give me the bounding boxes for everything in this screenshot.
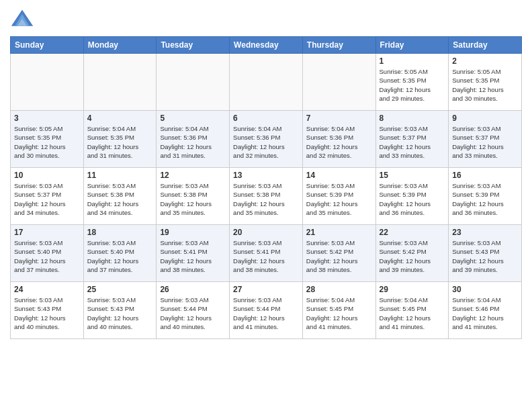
weekday-header-thursday: Thursday bbox=[302, 37, 375, 54]
day-info: Sunrise: 5:04 AM Sunset: 5:36 PM Dayligh… bbox=[306, 124, 372, 160]
day-number: 29 bbox=[380, 285, 445, 294]
day-info: Sunrise: 5:03 AM Sunset: 5:38 PM Dayligh… bbox=[233, 181, 299, 217]
day-info: Sunrise: 5:03 AM Sunset: 5:37 PM Dayligh… bbox=[14, 181, 80, 217]
calendar-cell: 29Sunrise: 5:04 AM Sunset: 5:45 PM Dayli… bbox=[375, 282, 449, 339]
day-number: 5 bbox=[160, 113, 226, 123]
day-info: Sunrise: 5:03 AM Sunset: 5:40 PM Dayligh… bbox=[14, 238, 80, 274]
day-number: 12 bbox=[160, 171, 226, 180]
day-number: 13 bbox=[233, 171, 299, 180]
calendar-cell bbox=[83, 54, 157, 111]
page: SundayMondayTuesdayWednesdayThursdayFrid… bbox=[0, 0, 532, 349]
calendar-cell bbox=[11, 54, 84, 111]
day-info: Sunrise: 5:05 AM Sunset: 5:35 PM Dayligh… bbox=[452, 67, 518, 103]
calendar-cell: 30Sunrise: 5:04 AM Sunset: 5:46 PM Dayli… bbox=[449, 282, 522, 339]
calendar-cell: 14Sunrise: 5:03 AM Sunset: 5:39 PM Dayli… bbox=[302, 168, 375, 225]
day-number: 11 bbox=[87, 171, 153, 180]
day-info: Sunrise: 5:03 AM Sunset: 5:41 PM Dayligh… bbox=[160, 238, 226, 274]
calendar-cell: 7Sunrise: 5:04 AM Sunset: 5:36 PM Daylig… bbox=[302, 111, 375, 168]
day-info: Sunrise: 5:04 AM Sunset: 5:46 PM Dayligh… bbox=[452, 295, 518, 331]
calendar-week-row: 3Sunrise: 5:05 AM Sunset: 5:35 PM Daylig… bbox=[11, 111, 522, 168]
day-info: Sunrise: 5:03 AM Sunset: 5:43 PM Dayligh… bbox=[452, 238, 518, 274]
day-info: Sunrise: 5:03 AM Sunset: 5:44 PM Dayligh… bbox=[160, 295, 226, 331]
weekday-header-sunday: Sunday bbox=[11, 37, 84, 54]
day-info: Sunrise: 5:05 AM Sunset: 5:35 PM Dayligh… bbox=[380, 67, 445, 103]
calendar-week-row: 1Sunrise: 5:05 AM Sunset: 5:35 PM Daylig… bbox=[11, 54, 522, 111]
weekday-header-row: SundayMondayTuesdayWednesdayThursdayFrid… bbox=[11, 37, 522, 54]
calendar-week-row: 17Sunrise: 5:03 AM Sunset: 5:40 PM Dayli… bbox=[11, 225, 522, 282]
day-number: 4 bbox=[87, 113, 153, 123]
day-number: 8 bbox=[380, 113, 445, 123]
day-number: 30 bbox=[452, 285, 518, 294]
calendar-cell: 16Sunrise: 5:03 AM Sunset: 5:39 PM Dayli… bbox=[449, 168, 522, 225]
day-info: Sunrise: 5:04 AM Sunset: 5:45 PM Dayligh… bbox=[306, 295, 372, 331]
calendar-cell: 12Sunrise: 5:03 AM Sunset: 5:38 PM Dayli… bbox=[157, 168, 230, 225]
calendar-cell: 3Sunrise: 5:05 AM Sunset: 5:35 PM Daylig… bbox=[11, 111, 84, 168]
day-number: 27 bbox=[233, 285, 299, 294]
weekday-header-tuesday: Tuesday bbox=[157, 37, 230, 54]
day-number: 3 bbox=[14, 113, 80, 123]
calendar-cell: 24Sunrise: 5:03 AM Sunset: 5:43 PM Dayli… bbox=[11, 282, 84, 339]
calendar-cell: 23Sunrise: 5:03 AM Sunset: 5:43 PM Dayli… bbox=[449, 225, 522, 282]
day-info: Sunrise: 5:03 AM Sunset: 5:44 PM Dayligh… bbox=[233, 295, 299, 331]
day-number: 24 bbox=[14, 285, 80, 294]
calendar-cell: 6Sunrise: 5:04 AM Sunset: 5:36 PM Daylig… bbox=[230, 111, 303, 168]
day-info: Sunrise: 5:03 AM Sunset: 5:42 PM Dayligh… bbox=[306, 238, 372, 274]
day-number: 20 bbox=[233, 228, 299, 237]
day-info: Sunrise: 5:03 AM Sunset: 5:40 PM Dayligh… bbox=[87, 238, 153, 274]
calendar-cell: 22Sunrise: 5:03 AM Sunset: 5:42 PM Dayli… bbox=[375, 225, 449, 282]
day-info: Sunrise: 5:03 AM Sunset: 5:39 PM Dayligh… bbox=[380, 181, 445, 217]
weekday-header-monday: Monday bbox=[83, 37, 157, 54]
logo-icon bbox=[10, 7, 34, 31]
weekday-header-saturday: Saturday bbox=[449, 37, 522, 54]
weekday-header-wednesday: Wednesday bbox=[230, 37, 303, 54]
day-info: Sunrise: 5:03 AM Sunset: 5:39 PM Dayligh… bbox=[306, 181, 372, 217]
day-number: 26 bbox=[160, 285, 226, 294]
calendar-cell bbox=[302, 54, 375, 111]
day-number: 18 bbox=[87, 228, 153, 237]
calendar: SundayMondayTuesdayWednesdayThursdayFrid… bbox=[10, 36, 522, 339]
day-info: Sunrise: 5:04 AM Sunset: 5:35 PM Dayligh… bbox=[87, 124, 153, 160]
calendar-cell: 13Sunrise: 5:03 AM Sunset: 5:38 PM Dayli… bbox=[230, 168, 303, 225]
calendar-cell: 19Sunrise: 5:03 AM Sunset: 5:41 PM Dayli… bbox=[157, 225, 230, 282]
day-number: 25 bbox=[87, 285, 153, 294]
calendar-cell: 28Sunrise: 5:04 AM Sunset: 5:45 PM Dayli… bbox=[302, 282, 375, 339]
calendar-cell: 2Sunrise: 5:05 AM Sunset: 5:35 PM Daylig… bbox=[449, 54, 522, 111]
day-number: 9 bbox=[452, 113, 518, 123]
calendar-cell: 15Sunrise: 5:03 AM Sunset: 5:39 PM Dayli… bbox=[375, 168, 449, 225]
day-info: Sunrise: 5:04 AM Sunset: 5:45 PM Dayligh… bbox=[380, 295, 445, 331]
calendar-cell: 18Sunrise: 5:03 AM Sunset: 5:40 PM Dayli… bbox=[83, 225, 157, 282]
calendar-week-row: 10Sunrise: 5:03 AM Sunset: 5:37 PM Dayli… bbox=[11, 168, 522, 225]
day-info: Sunrise: 5:03 AM Sunset: 5:43 PM Dayligh… bbox=[87, 295, 153, 331]
day-info: Sunrise: 5:04 AM Sunset: 5:36 PM Dayligh… bbox=[233, 124, 299, 160]
calendar-cell: 27Sunrise: 5:03 AM Sunset: 5:44 PM Dayli… bbox=[230, 282, 303, 339]
calendar-cell: 17Sunrise: 5:03 AM Sunset: 5:40 PM Dayli… bbox=[11, 225, 84, 282]
calendar-cell bbox=[157, 54, 230, 111]
day-number: 22 bbox=[380, 228, 445, 237]
calendar-cell: 21Sunrise: 5:03 AM Sunset: 5:42 PM Dayli… bbox=[302, 225, 375, 282]
calendar-cell: 4Sunrise: 5:04 AM Sunset: 5:35 PM Daylig… bbox=[83, 111, 157, 168]
day-info: Sunrise: 5:05 AM Sunset: 5:35 PM Dayligh… bbox=[14, 124, 80, 160]
calendar-cell: 26Sunrise: 5:03 AM Sunset: 5:44 PM Dayli… bbox=[157, 282, 230, 339]
day-number: 19 bbox=[160, 228, 226, 237]
calendar-cell: 11Sunrise: 5:03 AM Sunset: 5:38 PM Dayli… bbox=[83, 168, 157, 225]
day-number: 15 bbox=[380, 171, 445, 180]
day-number: 16 bbox=[452, 171, 518, 180]
day-number: 7 bbox=[306, 113, 372, 123]
logo bbox=[10, 7, 37, 31]
header bbox=[10, 7, 522, 31]
day-number: 23 bbox=[452, 228, 518, 237]
weekday-header-friday: Friday bbox=[375, 37, 449, 54]
calendar-cell: 25Sunrise: 5:03 AM Sunset: 5:43 PM Dayli… bbox=[83, 282, 157, 339]
calendar-cell bbox=[230, 54, 303, 111]
calendar-week-row: 24Sunrise: 5:03 AM Sunset: 5:43 PM Dayli… bbox=[11, 282, 522, 339]
day-info: Sunrise: 5:03 AM Sunset: 5:42 PM Dayligh… bbox=[380, 238, 445, 274]
calendar-cell: 5Sunrise: 5:04 AM Sunset: 5:36 PM Daylig… bbox=[157, 111, 230, 168]
day-info: Sunrise: 5:04 AM Sunset: 5:36 PM Dayligh… bbox=[160, 124, 226, 160]
day-info: Sunrise: 5:03 AM Sunset: 5:37 PM Dayligh… bbox=[452, 124, 518, 160]
calendar-cell: 9Sunrise: 5:03 AM Sunset: 5:37 PM Daylig… bbox=[449, 111, 522, 168]
calendar-cell: 8Sunrise: 5:03 AM Sunset: 5:37 PM Daylig… bbox=[375, 111, 449, 168]
calendar-cell: 1Sunrise: 5:05 AM Sunset: 5:35 PM Daylig… bbox=[375, 54, 449, 111]
day-number: 6 bbox=[233, 113, 299, 123]
day-number: 17 bbox=[14, 228, 80, 237]
day-info: Sunrise: 5:03 AM Sunset: 5:41 PM Dayligh… bbox=[233, 238, 299, 274]
